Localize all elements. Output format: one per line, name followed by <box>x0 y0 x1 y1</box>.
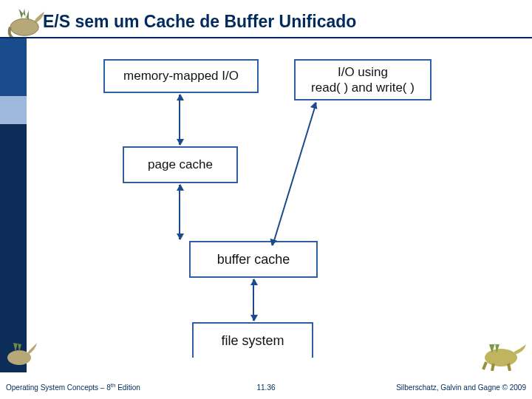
footer-copyright: Silberschatz, Galvin and Gagne © 2009 <box>396 383 526 392</box>
arrow-iorw-to-buffer <box>272 103 317 246</box>
box-io-read-write: I/O usingread( ) and write( ) <box>294 59 432 100</box>
left-accent-bar <box>0 38 27 372</box>
arrow-pagecache-to-buffer <box>179 185 180 239</box>
header-dinosaur-icon <box>4 3 47 41</box>
io-cache-diagram: memory-mapped I/O I/O usingread( ) and w… <box>96 58 437 362</box>
arrow-mmio-to-pagecache <box>179 95 180 145</box>
arrow-buffer-to-filesystem <box>253 279 254 321</box>
box-file-system: file system <box>192 322 313 358</box>
box-buffer-cache: buffer cache <box>189 241 318 278</box>
svg-point-2 <box>7 350 31 365</box>
footer-right-dinosaur-icon <box>476 337 528 371</box>
box-page-cache: page cache <box>123 146 238 183</box>
box-memory-mapped-io: memory-mapped I/O <box>103 59 259 93</box>
svg-point-3 <box>485 349 517 366</box>
footer-left-dinosaur-icon <box>3 338 38 371</box>
slide-title: E/S sem um Cache de Buffer Unificado <box>43 12 356 32</box>
title-underline <box>0 37 532 38</box>
